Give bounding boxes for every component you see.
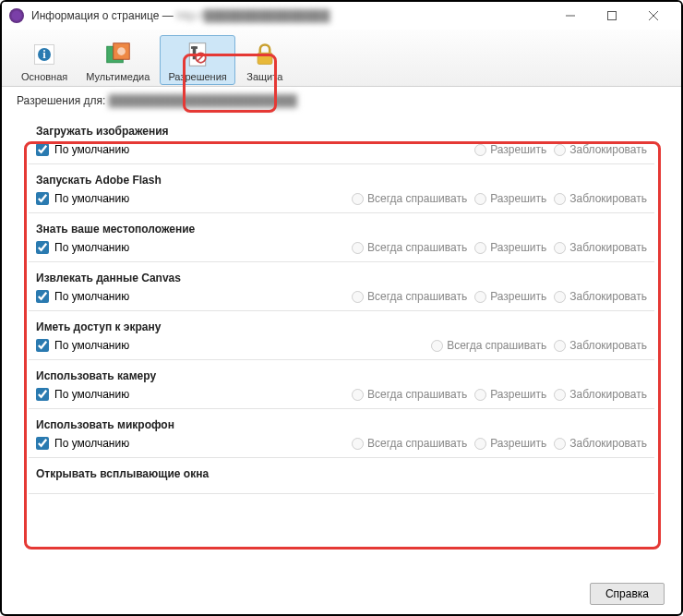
radio-input[interactable] bbox=[554, 340, 566, 352]
radio-block[interactable]: Заблокировать bbox=[554, 192, 647, 205]
radio-input[interactable] bbox=[352, 291, 364, 303]
radio-allow[interactable]: Разрешить bbox=[474, 192, 546, 205]
radio-label: Разрешить bbox=[490, 388, 546, 401]
radio-input[interactable] bbox=[474, 438, 486, 450]
window-title: Информация о странице — http://█████████… bbox=[31, 9, 549, 22]
default-checkbox-wrap[interactable]: По умолчанию bbox=[36, 241, 221, 254]
default-checkbox-wrap[interactable]: По умолчанию bbox=[36, 290, 221, 303]
help-button[interactable]: Справка bbox=[590, 583, 665, 605]
radio-label: Всегда спрашивать bbox=[367, 241, 467, 254]
radio-input[interactable] bbox=[352, 438, 364, 450]
tab-permissions[interactable]: Разрешения bbox=[160, 35, 234, 85]
radio-always_ask[interactable]: Всегда спрашивать bbox=[352, 388, 467, 401]
default-checkbox-wrap[interactable]: По умолчанию bbox=[36, 192, 221, 205]
radio-input[interactable] bbox=[474, 389, 486, 401]
minimize-button[interactable] bbox=[549, 2, 591, 30]
default-checkbox[interactable] bbox=[36, 192, 49, 205]
permission-row: Открывать всплывающие окна bbox=[29, 458, 654, 494]
radio-group: Всегда спрашиватьРазрешитьЗаблокировать bbox=[333, 192, 647, 205]
default-label: По умолчанию bbox=[54, 339, 129, 352]
subheader-url: ████████████████████████ bbox=[109, 94, 297, 107]
radio-allow[interactable]: Разрешить bbox=[474, 290, 546, 303]
close-button[interactable] bbox=[632, 2, 674, 30]
radio-input[interactable] bbox=[474, 291, 486, 303]
subheader: Разрешения для: ████████████████████████ bbox=[2, 87, 681, 111]
permission-title: Использовать камеру bbox=[36, 369, 647, 382]
radio-block[interactable]: Заблокировать bbox=[554, 437, 647, 450]
radio-input[interactable] bbox=[554, 438, 566, 450]
subheader-label: Разрешения для: bbox=[17, 94, 105, 107]
tab-security[interactable]: Защита bbox=[237, 35, 293, 85]
radio-input[interactable] bbox=[554, 193, 566, 205]
radio-label: Разрешить bbox=[490, 290, 546, 303]
radio-label: Разрешить bbox=[490, 192, 546, 205]
app-icon bbox=[9, 8, 24, 23]
default-label: По умолчанию bbox=[54, 241, 129, 254]
radio-always_ask[interactable]: Всегда спрашивать bbox=[352, 192, 467, 205]
permission-title: Запускать Adobe Flash bbox=[36, 174, 647, 187]
radio-allow[interactable]: Разрешить bbox=[474, 143, 546, 156]
svg-rect-12 bbox=[191, 46, 198, 49]
radio-block[interactable]: Заблокировать bbox=[554, 290, 647, 303]
radio-label: Разрешить bbox=[490, 143, 546, 156]
default-checkbox-wrap[interactable]: По умолчанию bbox=[36, 437, 221, 450]
radio-input[interactable] bbox=[352, 242, 364, 254]
maximize-button[interactable] bbox=[591, 2, 632, 30]
radio-input[interactable] bbox=[352, 389, 364, 401]
radio-always_ask[interactable]: Всегда спрашивать bbox=[352, 290, 467, 303]
default-checkbox[interactable] bbox=[36, 143, 49, 156]
tab-label: Защита bbox=[246, 71, 282, 82]
radio-input[interactable] bbox=[554, 389, 566, 401]
radio-allow[interactable]: Разрешить bbox=[474, 437, 546, 450]
svg-text:i: i bbox=[42, 48, 46, 61]
radio-group: Всегда спрашиватьРазрешитьЗаблокировать bbox=[333, 437, 647, 450]
window-controls bbox=[549, 2, 674, 30]
title-prefix: Информация о странице — bbox=[31, 9, 176, 22]
permission-title: Извлекать данные Canvas bbox=[36, 272, 647, 284]
svg-rect-1 bbox=[607, 12, 616, 20]
svg-point-9 bbox=[117, 47, 126, 55]
default-checkbox[interactable] bbox=[36, 388, 49, 401]
radio-always_ask[interactable]: Всегда спрашивать bbox=[352, 437, 467, 450]
default-checkbox[interactable] bbox=[36, 290, 49, 303]
radio-input[interactable] bbox=[474, 242, 486, 254]
tab-general[interactable]: i Основная bbox=[13, 35, 76, 85]
radio-input[interactable] bbox=[554, 144, 566, 156]
radio-label: Всегда спрашивать bbox=[367, 192, 467, 205]
default-checkbox-wrap[interactable]: По умолчанию bbox=[36, 143, 221, 156]
radio-group: РазрешитьЗаблокировать bbox=[333, 143, 647, 156]
radio-always_ask[interactable]: Всегда спрашивать bbox=[431, 339, 546, 352]
permission-row: Использовать камеруПо умолчаниюВсегда сп… bbox=[29, 360, 654, 409]
radio-group: Всегда спрашиватьЗаблокировать bbox=[333, 339, 647, 352]
radio-allow[interactable]: Разрешить bbox=[474, 241, 546, 254]
default-label: По умолчанию bbox=[54, 388, 129, 401]
radio-input[interactable] bbox=[554, 242, 566, 254]
default-label: По умолчанию bbox=[54, 143, 129, 156]
radio-allow[interactable]: Разрешить bbox=[474, 388, 546, 401]
radio-block[interactable]: Заблокировать bbox=[554, 143, 647, 156]
radio-always_ask[interactable]: Всегда спрашивать bbox=[352, 241, 467, 254]
radio-input[interactable] bbox=[431, 340, 443, 352]
permission-row: Извлекать данные CanvasПо умолчаниюВсегд… bbox=[29, 262, 654, 311]
radio-input[interactable] bbox=[554, 291, 566, 303]
default-checkbox[interactable] bbox=[36, 437, 49, 450]
default-checkbox-wrap[interactable]: По умолчанию bbox=[36, 339, 221, 352]
radio-input[interactable] bbox=[474, 193, 486, 205]
radio-group: Всегда спрашиватьРазрешитьЗаблокировать bbox=[333, 388, 647, 401]
footer: Справка bbox=[590, 583, 665, 605]
radio-label: Заблокировать bbox=[569, 241, 647, 254]
radio-block[interactable]: Заблокировать bbox=[554, 339, 647, 352]
tab-label: Мультимедиа bbox=[86, 71, 150, 82]
radio-block[interactable]: Заблокировать bbox=[554, 388, 647, 401]
default-checkbox[interactable] bbox=[36, 241, 49, 254]
permissions-list[interactable]: Загружать изображенияПо умолчаниюРазреши… bbox=[28, 115, 655, 513]
radio-input[interactable] bbox=[474, 144, 486, 156]
radio-input[interactable] bbox=[352, 193, 364, 205]
radio-block[interactable]: Заблокировать bbox=[554, 241, 647, 254]
radio-label: Заблокировать bbox=[569, 290, 647, 303]
tab-media[interactable]: Мультимедиа bbox=[78, 35, 158, 85]
lock-icon bbox=[250, 40, 280, 69]
default-checkbox[interactable] bbox=[36, 339, 49, 352]
default-checkbox-wrap[interactable]: По умолчанию bbox=[36, 388, 221, 401]
titlebar: Информация о странице — http://█████████… bbox=[2, 2, 681, 30]
